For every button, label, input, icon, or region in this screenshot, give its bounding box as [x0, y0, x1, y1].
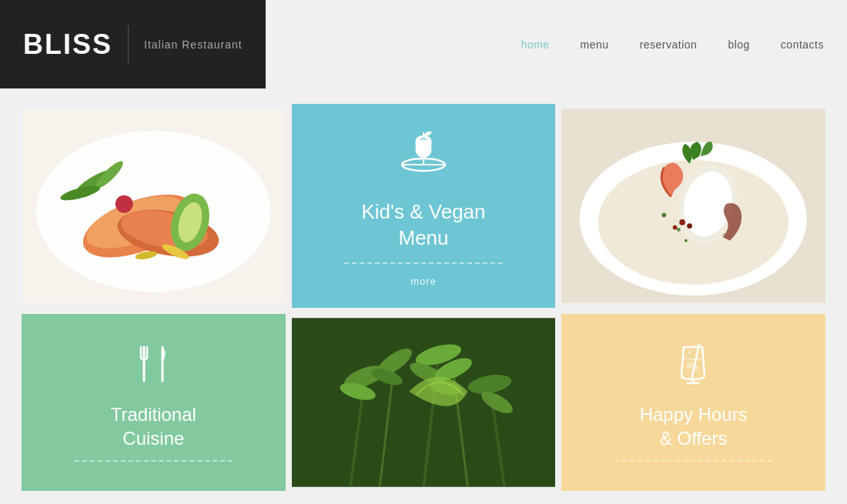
svg-rect-55	[694, 365, 699, 371]
main-grid: Kid's & VeganMenu more	[0, 88, 847, 504]
svg-point-25	[685, 239, 688, 242]
cutlery-icon	[130, 341, 176, 395]
nav-home[interactable]: home	[521, 38, 550, 51]
cell-vegan-card[interactable]: Kid's & VeganMenu more	[292, 104, 556, 308]
svg-line-53	[691, 345, 699, 379]
vegan-title: Kid's & VeganMenu	[361, 199, 485, 252]
nav-menu[interactable]: menu	[581, 38, 609, 51]
drink-icon	[672, 341, 715, 395]
logo-divider	[128, 25, 129, 64]
svg-rect-54	[687, 362, 693, 369]
logo-text: BLISS	[23, 28, 112, 61]
cell-traditional-card[interactable]: TraditionalCuisine	[22, 314, 286, 491]
vegan-icon	[397, 125, 450, 188]
svg-point-60	[691, 349, 693, 351]
svg-point-59	[695, 353, 697, 355]
cell-seafood-image	[561, 104, 825, 308]
svg-point-29	[688, 223, 693, 229]
happy-hours-divider	[614, 460, 773, 462]
svg-point-28	[680, 219, 686, 225]
logo-block: BLISS Italian Restaurant	[0, 0, 266, 88]
svg-point-21	[662, 213, 667, 218]
happy-hours-title: Happy Hours& Offers	[640, 402, 748, 450]
traditional-title: TraditionalCuisine	[111, 402, 196, 450]
header: BLISS Italian Restaurant home menu reser…	[0, 0, 847, 88]
cell-happy-hours-card[interactable]: Happy Hours& Offers	[561, 314, 825, 491]
nav-contacts[interactable]: contacts	[781, 38, 824, 51]
vegan-more[interactable]: more	[410, 275, 437, 287]
cell-herb-image	[292, 314, 556, 491]
vegan-divider	[344, 262, 503, 264]
svg-rect-37	[292, 319, 556, 487]
logo-subtitle: Italian Restaurant	[144, 38, 243, 51]
svg-point-30	[673, 225, 678, 230]
svg-point-22	[677, 228, 681, 232]
nav-reservation[interactable]: reservation	[640, 38, 698, 51]
nav-blog[interactable]: blog	[728, 38, 749, 51]
svg-point-58	[688, 351, 691, 354]
main-nav: home menu reservation blog contacts	[521, 38, 824, 51]
traditional-divider	[75, 460, 233, 462]
svg-point-11	[116, 195, 133, 213]
cell-salmon-image	[22, 104, 286, 308]
